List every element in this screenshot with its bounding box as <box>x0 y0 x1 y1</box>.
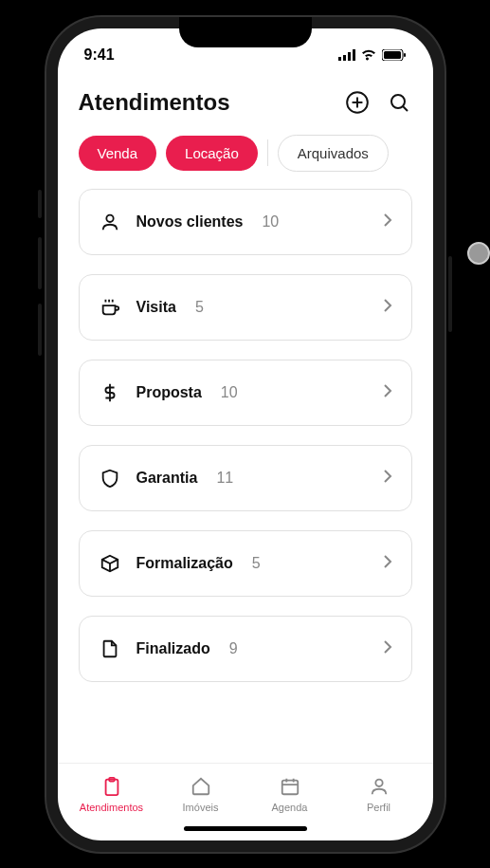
shield-icon <box>99 467 121 489</box>
stage-count: 5 <box>252 555 261 572</box>
chip-divider <box>267 139 268 166</box>
stage-label: Proposta <box>136 384 202 401</box>
nav-perfil[interactable]: Perfil <box>335 775 424 813</box>
stage-count: 10 <box>221 384 238 401</box>
home-icon <box>190 775 212 798</box>
person-icon <box>99 211 121 233</box>
chevron-right-icon <box>383 383 392 402</box>
plus-circle-icon <box>345 90 370 115</box>
nav-label: Agenda <box>272 802 308 813</box>
stage-proposta[interactable]: Proposta 10 <box>79 360 412 426</box>
chevron-right-icon <box>383 554 392 573</box>
chevron-right-icon <box>383 469 392 488</box>
stage-formalizacao[interactable]: Formalização 5 <box>79 530 412 597</box>
stage-count: 5 <box>195 299 204 316</box>
svg-rect-3 <box>353 49 355 61</box>
stage-novos-clientes[interactable]: Novos clientes 10 <box>79 189 412 255</box>
dollar-icon <box>99 381 121 404</box>
header: Atendimentos <box>58 74 433 127</box>
add-button[interactable] <box>344 89 371 116</box>
nav-label: Imóveis <box>183 802 219 813</box>
svg-rect-5 <box>384 51 401 59</box>
box-icon <box>99 552 121 575</box>
stage-count: 10 <box>262 213 279 231</box>
svg-rect-20 <box>281 780 298 794</box>
cellular-icon <box>338 49 355 61</box>
nav-label: Perfil <box>367 802 390 813</box>
phone-screen: 9:41 Atendimentos Venda Locação Ar <box>58 28 433 840</box>
battery-icon <box>382 49 407 61</box>
search-button[interactable] <box>386 89 412 116</box>
phone-frame: 9:41 Atendimentos Venda Locação Ar <box>46 17 445 852</box>
stage-label: Formalização <box>136 555 233 572</box>
clipboard-icon <box>100 775 123 798</box>
home-indicator[interactable] <box>184 826 307 831</box>
nav-label: Atendimentos <box>80 802 143 813</box>
svg-rect-6 <box>404 53 406 57</box>
nav-imoveis[interactable]: Imóveis <box>156 775 245 813</box>
file-icon <box>99 637 121 660</box>
coffee-icon <box>99 296 121 319</box>
calendar-icon <box>279 775 301 798</box>
chevron-right-icon <box>383 298 392 317</box>
svg-rect-0 <box>338 57 341 61</box>
chevron-right-icon <box>383 639 392 658</box>
svg-line-11 <box>403 106 408 111</box>
svg-rect-1 <box>343 55 346 61</box>
filter-chip-arquivados[interactable]: Arquivados <box>278 135 389 172</box>
stage-count: 11 <box>216 470 233 487</box>
nav-atendimentos[interactable]: Atendimentos <box>67 775 156 813</box>
stage-visita[interactable]: Visita 5 <box>79 274 412 341</box>
filter-row: Venda Locação Arquivados <box>58 127 433 189</box>
wifi-icon <box>361 49 376 61</box>
status-icons <box>338 49 407 61</box>
stage-list: Novos clientes 10 Visita 5 <box>58 189 433 763</box>
bottom-nav: Atendimentos Imóveis Agenda Perfil <box>58 763 433 819</box>
stage-finalizado[interactable]: Finalizado 9 <box>79 616 412 682</box>
stage-label: Novos clientes <box>136 213 244 231</box>
stage-count: 9 <box>229 640 238 657</box>
status-time: 9:41 <box>84 46 115 64</box>
header-actions <box>344 89 412 116</box>
chevron-right-icon <box>383 212 392 231</box>
profile-icon <box>368 775 390 798</box>
stage-label: Garantia <box>136 470 198 487</box>
filter-chip-venda[interactable]: Venda <box>79 136 157 171</box>
svg-point-12 <box>106 214 113 221</box>
svg-rect-2 <box>348 52 351 61</box>
nav-agenda[interactable]: Agenda <box>245 775 335 813</box>
stage-label: Finalizado <box>136 640 210 657</box>
svg-point-10 <box>391 95 405 108</box>
search-icon <box>388 91 410 114</box>
filter-chip-locacao[interactable]: Locação <box>166 136 258 171</box>
svg-point-24 <box>375 779 382 785</box>
stage-label: Visita <box>136 299 176 316</box>
notch <box>179 17 312 47</box>
page-title: Atendimentos <box>79 89 230 116</box>
stage-garantia[interactable]: Garantia 11 <box>79 445 412 511</box>
